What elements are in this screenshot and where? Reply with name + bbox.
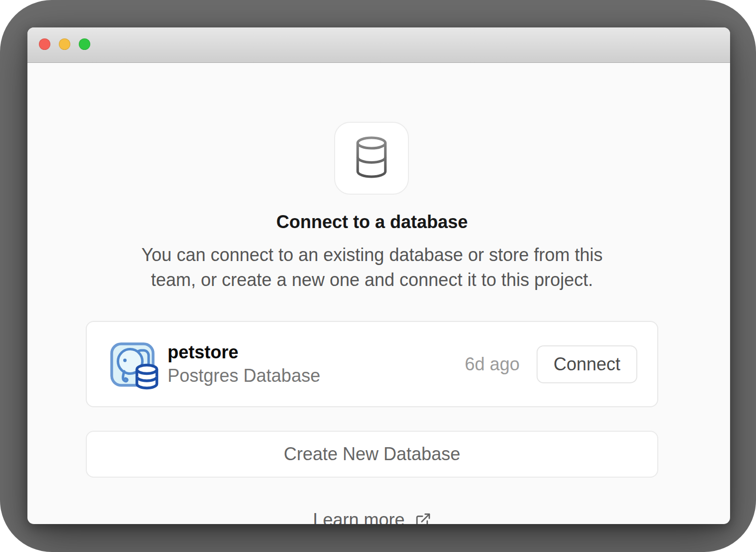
zoom-button[interactable] (79, 38, 90, 50)
dialog-description: You can connect to an existing database … (86, 243, 658, 292)
learn-more-label: Learn more (313, 510, 404, 524)
database-type: Postgres Database (168, 365, 320, 386)
database-item-actions: 6d ago Connect (465, 345, 637, 383)
connect-button[interactable]: Connect (537, 345, 637, 383)
window-controls (39, 38, 90, 50)
dialog-content: Connect to a database You can connect to… (27, 63, 730, 524)
app-window: Connect to a database You can connect to… (27, 27, 730, 524)
last-updated-label: 6d ago (465, 354, 520, 375)
external-link-icon (415, 512, 431, 525)
description-line-2: team, or create a new one and connect it… (86, 268, 658, 292)
database-info: petstore Postgres Database (168, 342, 320, 386)
database-icon-card (334, 122, 409, 195)
description-line-1: You can connect to an existing database … (86, 243, 658, 268)
database-icon (353, 135, 390, 181)
close-button[interactable] (39, 38, 50, 50)
postgres-database-icon (110, 342, 159, 391)
learn-more-link[interactable]: Learn more (86, 508, 658, 524)
database-name: petstore (168, 342, 320, 363)
page-title: Connect to a database (86, 211, 658, 233)
window-titlebar[interactable] (27, 27, 730, 63)
create-new-database-button[interactable]: Create New Database (86, 431, 658, 478)
desktop-background: Connect to a database You can connect to… (0, 0, 756, 552)
database-list-item: petstore Postgres Database 6d ago Connec… (86, 321, 658, 407)
minimize-button[interactable] (59, 38, 70, 50)
